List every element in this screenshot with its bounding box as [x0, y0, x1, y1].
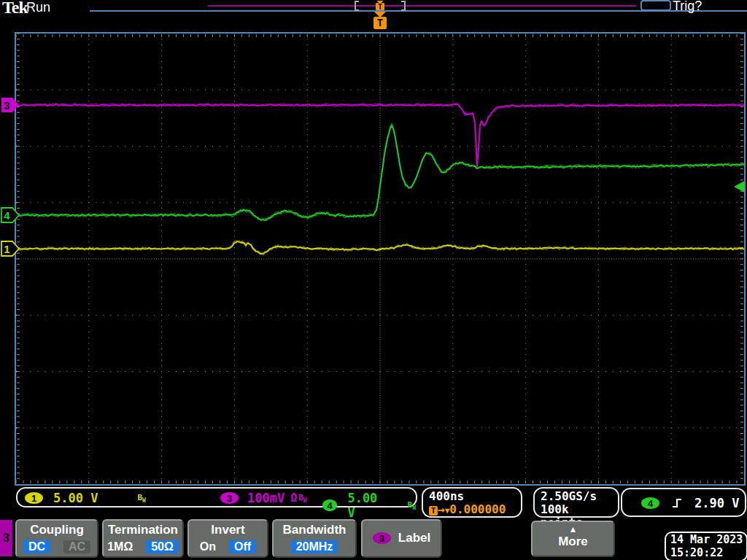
termination-1m-option[interactable]: 1MΩ [107, 540, 133, 553]
acquisition-status: Run [26, 0, 50, 15]
coupling-dc-option[interactable]: DC [23, 540, 50, 553]
svg-text:T: T [378, 3, 382, 11]
channel-readout-box[interactable]: 1 5.00 V BW 3 100mV Ω BW 4 5.00 V BW [16, 487, 417, 508]
more-button[interactable]: ▲ More [531, 521, 615, 557]
ch3-bw-limit-icon: BW [298, 493, 306, 504]
ch3-termination-icon: Ω [290, 491, 297, 505]
svg-text:3: 3 [4, 99, 9, 112]
ch3-badge: 3 [220, 492, 239, 504]
trigger-status-label: Trig? [673, 0, 702, 14]
trigger-readout-box[interactable]: 4 2.90 V [621, 488, 746, 517]
ch3-readout[interactable]: 3 100mV Ω BW [220, 491, 307, 505]
datetime-box: 14 Mar 2023 15:20:22 [665, 532, 747, 560]
trigger-level: 2.90 V [694, 496, 739, 510]
invert-button[interactable]: Invert On Off [187, 519, 268, 558]
invert-on-option[interactable]: On [200, 540, 216, 553]
coupling-ac-option[interactable]: AC [63, 540, 90, 553]
termination-50-option[interactable]: 50Ω [146, 540, 179, 553]
ch1-scale: 5.00 V [53, 491, 98, 505]
timebase-scale: 400ns [429, 490, 515, 503]
ch4-scale: 5.00 V [347, 491, 384, 520]
label-channel-badge: 3 [373, 532, 391, 544]
svg-text:4: 4 [4, 209, 10, 222]
trigger-position-t-icon[interactable]: T [374, 17, 387, 29]
label-button[interactable]: 3 Label [361, 519, 442, 558]
trigger-state-box [640, 0, 671, 11]
ch1-bw-limit-icon: BW [137, 493, 145, 504]
termination-button[interactable]: Termination 1MΩ 50Ω [102, 519, 184, 558]
ch3-scale: 100mV [247, 491, 285, 505]
ch4-readout[interactable]: 4 5.00 V BW [322, 491, 416, 520]
invert-off-option[interactable]: Off [229, 540, 256, 553]
ch4-bw-limit-icon: BW [408, 500, 416, 511]
tek-logo: Tek [2, 0, 28, 18]
ch4-badge: 4 [322, 499, 337, 511]
more-arrow-icon: ▲ [533, 524, 614, 534]
trigger-source-badge: 4 [641, 497, 659, 509]
ch1-badge: 1 [25, 492, 43, 504]
time-label: 15:20:22 [670, 546, 746, 559]
coupling-button[interactable]: Coupling DC AC [15, 519, 98, 558]
ch1-readout[interactable]: 1 5.00 V BW [25, 491, 146, 505]
acquisition-readout-box[interactable]: 2.50GS/s 100k points [533, 487, 619, 518]
oscilloscope-screen: Tek Run Trig? T341 T 1 5.00 V BW 3 100mV… [0, 0, 747, 560]
horizontal-readout-box[interactable]: 400ns T→▼0.000000 s [422, 487, 522, 518]
channel-menu-tab: 3 [0, 520, 12, 556]
bandwidth-20mhz-option[interactable]: 20MHz [291, 540, 338, 553]
waveform-display [15, 32, 746, 486]
bandwidth-button[interactable]: Bandwidth 20MHz [272, 519, 357, 558]
sample-rate: 2.50GS/s [541, 490, 612, 503]
trigger-t-chip-icon: T [429, 506, 438, 516]
svg-text:1: 1 [4, 243, 9, 255]
date-label: 14 Mar 2023 [670, 533, 746, 546]
rising-edge-icon [671, 497, 683, 509]
